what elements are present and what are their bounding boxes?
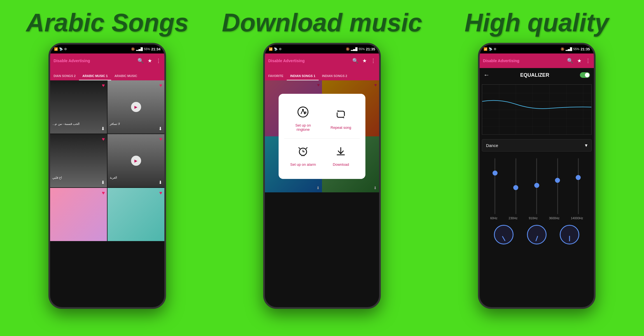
app-tabs-2: FAVORITE INDIAN SONGS 1 INDIAN SONGS 2 xyxy=(265,68,379,80)
popup-repeat[interactable]: Repeat song xyxy=(322,99,360,138)
search-icon-2[interactable]: 🔍 xyxy=(352,58,358,64)
star-icon-2[interactable]: ★ xyxy=(362,58,367,64)
song-title-4: الغربة xyxy=(110,176,117,179)
song-card-5[interactable]: ♥ xyxy=(50,188,107,241)
status-icons-right-2: 🔕 ▂▄█ 55% 21:35 xyxy=(346,47,375,51)
eq-slider-230hz[interactable] xyxy=(512,158,520,214)
eq-screen: ← EQUALIZER xyxy=(480,68,594,247)
song-card-4[interactable]: ♥ ▶ الغربة ⬇ xyxy=(108,134,164,187)
star-icon-3[interactable]: ★ xyxy=(577,58,582,64)
section-title-quality: High quality xyxy=(465,8,609,37)
eq-knob-1[interactable] xyxy=(494,225,514,244)
repeat-icon xyxy=(335,108,347,123)
download-btn-2[interactable]: ⬇ xyxy=(158,126,162,131)
sim-icon-3: 📶 xyxy=(484,47,487,51)
svg-point-1 xyxy=(302,109,304,111)
tab-dian-songs-2[interactable]: DIAN SONGS 2 xyxy=(50,72,79,80)
heart-3[interactable]: ♥ xyxy=(102,136,105,142)
sim-icon-2: 📶 xyxy=(269,47,273,51)
eq-slider-14000hz[interactable] xyxy=(574,158,582,214)
tab-arabic-music-2[interactable]: ARABIC MUSIC xyxy=(111,72,141,80)
app-toolbar-2: Disable Advertising 🔍 ★ ⋮ xyxy=(265,53,379,68)
eq-track-230hz xyxy=(515,158,516,214)
song-card-1[interactable]: ♥ الحب قسمة - من م... ⬇ xyxy=(50,80,107,134)
eq-freq-labels: 60Hz 230Hz 910Hz 3600Hz 14000Hz xyxy=(482,214,592,222)
heart-6[interactable]: ♥ xyxy=(159,190,162,196)
tab-indian-songs-2[interactable]: INDIAN SONGS 2 xyxy=(319,72,351,80)
star-icon-1[interactable]: ★ xyxy=(148,58,152,64)
heart-5[interactable]: ♥ xyxy=(102,190,105,196)
popup-alarm[interactable]: Set up on alarm xyxy=(284,139,322,173)
eq-slider-910hz[interactable] xyxy=(533,158,541,214)
section-title-arabic: Arabic Songs xyxy=(26,8,188,37)
eq-dot-910hz xyxy=(534,183,539,188)
tab-arabic-music-1[interactable]: ARABIC MUSIC 1 xyxy=(79,72,111,80)
time-1: 21:34 xyxy=(151,47,160,51)
menu-icon-2[interactable]: ⋮ xyxy=(371,58,376,64)
search-icon-3[interactable]: 🔍 xyxy=(567,58,573,64)
mute-icon-3: 🔕 xyxy=(561,47,564,51)
heart-1[interactable]: ♥ xyxy=(102,83,105,88)
settings-icon-3: ⚙ xyxy=(494,47,496,51)
song-card-2[interactable]: ♥ ▶ لا تسافر ⬇ xyxy=(108,80,164,134)
toolbar-icons-1: 🔍 ★ ⋮ xyxy=(137,58,161,64)
toolbar-title-1: Disable Advertising xyxy=(53,59,135,63)
heart-2[interactable]: ♥ xyxy=(159,83,162,88)
section-title-download: Download music xyxy=(222,8,422,37)
status-icons-left-3: 📶 📡 ⚙ xyxy=(484,47,496,51)
eq-curve-svg xyxy=(482,85,591,134)
status-icons-left-1: 📶 📡 ⚙ xyxy=(54,47,67,51)
freq-910hz: 910Hz xyxy=(529,216,538,220)
back-icon[interactable]: ← xyxy=(484,71,490,79)
alarm-icon xyxy=(297,145,309,160)
signal-icon-3: ▂▄█ xyxy=(566,47,572,51)
mute-icon-2: 🔕 xyxy=(346,47,350,51)
download-btn-1[interactable]: ⬇ xyxy=(101,126,105,131)
toolbar-title-2: Disable Advertising xyxy=(268,59,349,63)
eq-slider-row xyxy=(482,158,592,214)
play-btn-4[interactable]: ▶ xyxy=(131,156,141,166)
eq-header: ← EQUALIZER xyxy=(480,68,594,82)
search-icon-1[interactable]: 🔍 xyxy=(137,58,144,64)
status-bar-3: 📶 📡 ⚙ 🔕 ▂▄█ 55% 21:35 xyxy=(480,45,594,53)
wifi-icon-3: 📡 xyxy=(489,47,493,51)
eq-track-14000hz xyxy=(578,158,579,214)
popup-card: Set up on ringtone Repeat song xyxy=(279,94,365,179)
app-toolbar-3: Disable Advertising 🔍 ★ ⋮ xyxy=(480,53,594,68)
phone-download: 📶 📡 ⚙ 🔕 ▂▄█ 55% 21:35 Disable Advertisin… xyxy=(263,43,381,309)
download-btn-3[interactable]: ⬇ xyxy=(101,180,105,185)
knob-indicator-3 xyxy=(569,236,570,241)
play-btn-2[interactable]: ▶ xyxy=(131,102,141,112)
status-bar-1: 📶 📡 ⚙ 🔕 ▂▄█ 55% 21:34 xyxy=(50,45,164,53)
song-card-6[interactable]: ♥ xyxy=(108,188,164,241)
menu-icon-1[interactable]: ⋮ xyxy=(156,58,161,64)
eq-slider-60hz[interactable] xyxy=(491,158,499,214)
knob-indicator-1 xyxy=(502,236,506,241)
eq-knob-2[interactable] xyxy=(527,225,547,244)
wifi-icon-2: 📡 xyxy=(274,47,278,51)
eq-preset-selector[interactable]: Dance ▾ xyxy=(482,139,592,151)
eq-slider-3600hz[interactable] xyxy=(553,158,562,214)
heart-4[interactable]: ♥ xyxy=(159,136,162,142)
toolbar-icons-3: 🔍 ★ ⋮ xyxy=(567,58,591,64)
song-grid-1: ♥ الحب قسمة - من م... ⬇ ♥ ▶ لا تسافر ⬇ ♥… xyxy=(50,80,164,241)
chevron-down-icon: ▾ xyxy=(585,142,587,148)
toolbar-icons-2: 🔍 ★ ⋮ xyxy=(352,58,376,64)
popup-ringtone[interactable]: Set up on ringtone xyxy=(284,99,322,138)
download-btn-4[interactable]: ⬇ xyxy=(158,180,162,185)
battery-label-2: 55% xyxy=(359,47,365,51)
tab-favorite[interactable]: FAVORITE xyxy=(265,72,287,80)
popup-download[interactable]: Download xyxy=(322,139,360,173)
eq-knob-3[interactable] xyxy=(560,225,579,244)
tab-indian-songs-1[interactable]: INDIAN SONGS 1 xyxy=(287,72,319,80)
eq-toggle[interactable] xyxy=(580,72,590,78)
eq-preset-label: Dance xyxy=(486,143,585,148)
menu-icon-3[interactable]: ⋮ xyxy=(585,58,591,64)
phone-eq: 📶 📡 ⚙ 🔕 ▂▄█ 55% 21:35 Disable Advertisin… xyxy=(478,43,596,309)
app-toolbar-1: Disable Advertising 🔍 ★ ⋮ xyxy=(50,53,164,68)
eq-track-910hz xyxy=(536,158,537,214)
download-music-section: Download music 📶 📡 ⚙ 🔕 ▂▄█ 55% 21:35 Dis… xyxy=(216,0,428,309)
song-card-3[interactable]: ♥ اخ قلبي ⬇ xyxy=(50,134,107,187)
song-title-1: الحب قسمة - من م... xyxy=(52,122,80,126)
wifi-icon-1: 📡 xyxy=(59,47,63,51)
